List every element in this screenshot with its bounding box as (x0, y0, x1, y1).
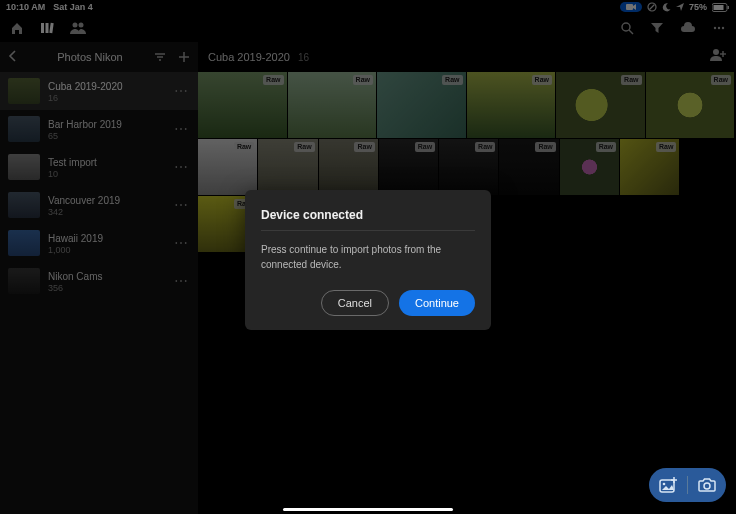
dialog-body: Press continue to import photos from the… (261, 231, 475, 290)
svg-point-28 (704, 483, 710, 489)
home-indicator[interactable] (283, 508, 453, 511)
add-photo-icon[interactable] (659, 477, 677, 493)
device-connected-dialog: Device connected Press continue to impor… (245, 190, 491, 330)
fab-divider (687, 476, 688, 494)
continue-button[interactable]: Continue (399, 290, 475, 316)
modal-overlay: Device connected Press continue to impor… (0, 0, 736, 514)
svg-point-25 (663, 483, 666, 486)
dialog-title: Device connected (261, 208, 475, 231)
cancel-button[interactable]: Cancel (321, 290, 389, 316)
import-fab[interactable] (649, 468, 726, 502)
camera-icon[interactable] (698, 478, 716, 492)
